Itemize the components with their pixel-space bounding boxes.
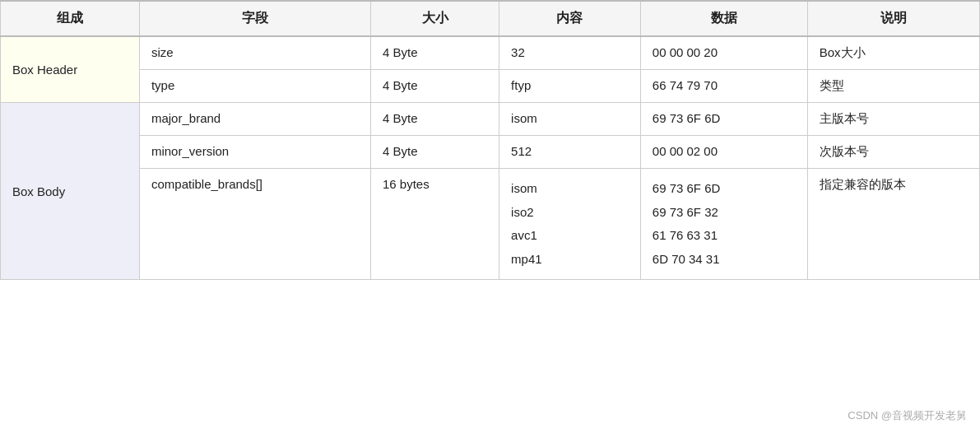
- desc-cell: 指定兼容的版本: [807, 169, 979, 280]
- content-cell: isom: [499, 103, 641, 136]
- size-cell: 16 bytes: [370, 169, 499, 280]
- content-cell: ftyp: [499, 70, 641, 103]
- field-cell: compatible_brands[]: [139, 169, 370, 280]
- table-row: Box Headersize4 Byte3200 00 00 20Box大小: [1, 36, 980, 70]
- data-cell: 69 73 6F 6D69 73 6F 3261 76 63 316D 70 3…: [640, 169, 807, 280]
- desc-cell: 类型: [807, 70, 979, 103]
- table-row: minor_version4 Byte51200 00 02 00次版本号: [1, 136, 980, 169]
- watermark: CSDN @音视频开发老舅: [848, 408, 967, 423]
- content-cell: 32: [499, 36, 641, 70]
- data-cell: 66 74 79 70: [640, 70, 807, 103]
- data-cell: 69 73 6F 6D: [640, 103, 807, 136]
- field-cell: minor_version: [139, 136, 370, 169]
- header-col5: 数据: [640, 1, 807, 36]
- content-cell: 512: [499, 136, 641, 169]
- desc-cell: 主版本号: [807, 103, 979, 136]
- group-cell: Box Header: [1, 36, 140, 103]
- field-cell: type: [139, 70, 370, 103]
- desc-cell: 次版本号: [807, 136, 979, 169]
- size-cell: 4 Byte: [370, 70, 499, 103]
- size-cell: 4 Byte: [370, 136, 499, 169]
- header-row: 组成 字段 大小 内容 数据 说明: [1, 1, 980, 36]
- content-cell: isomiso2avc1mp41: [499, 169, 641, 280]
- header-col6: 说明: [807, 1, 979, 36]
- header-col1: 组成: [1, 1, 140, 36]
- header-col2: 字段: [139, 1, 370, 36]
- main-table: 组成 字段 大小 内容 数据 说明 Box Headersize4 Byte32…: [0, 0, 980, 280]
- field-cell: size: [139, 36, 370, 70]
- size-cell: 4 Byte: [370, 103, 499, 136]
- data-cell: 00 00 00 20: [640, 36, 807, 70]
- desc-cell: Box大小: [807, 36, 979, 70]
- header-col3: 大小: [370, 1, 499, 36]
- header-col4: 内容: [499, 1, 641, 36]
- table-row: Box Bodymajor_brand4 Byteisom69 73 6F 6D…: [1, 103, 980, 136]
- table-row: compatible_brands[]16 bytesisomiso2avc1m…: [1, 169, 980, 280]
- data-cell: 00 00 02 00: [640, 136, 807, 169]
- size-cell: 4 Byte: [370, 36, 499, 70]
- field-cell: major_brand: [139, 103, 370, 136]
- table-wrapper: 组成 字段 大小 内容 数据 说明 Box Headersize4 Byte32…: [0, 0, 980, 438]
- group-cell: Box Body: [1, 103, 140, 280]
- table-row: type4 Byteftyp66 74 79 70类型: [1, 70, 980, 103]
